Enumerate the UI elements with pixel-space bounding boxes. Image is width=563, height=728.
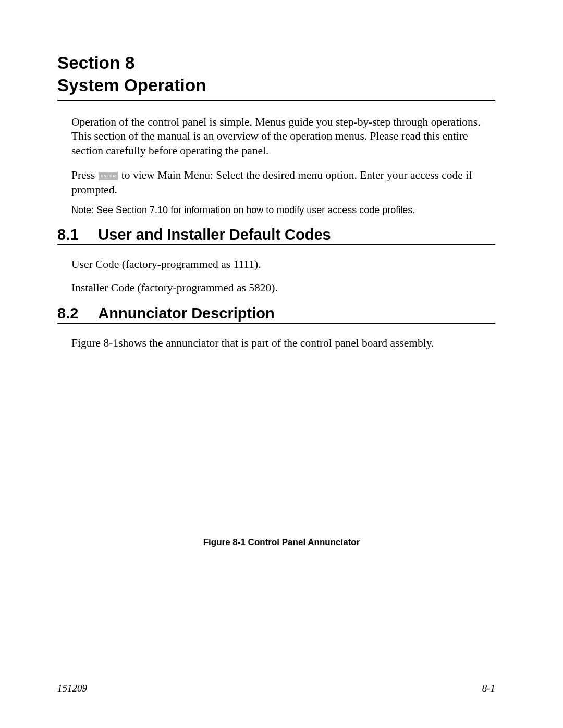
footer-page-number: 8-1: [482, 683, 495, 694]
subsection-8-1-header: 8.1 User and Installer Default Codes: [57, 226, 495, 245]
subsection-8-1-number: 8.1: [57, 226, 78, 243]
press-suffix: to view Main Menu: Select the desired me…: [71, 169, 472, 196]
installer-code-line: Installer Code (factory-programmed as 58…: [71, 281, 495, 295]
annunciator-intro: Figure 8-1shows the annunciator that is …: [71, 336, 495, 351]
press-prefix: Press: [71, 169, 98, 181]
section-header: Section 8 System Operation: [57, 52, 495, 98]
intro-paragraph-1: Operation of the control panel is simple…: [71, 115, 493, 158]
subsection-8-2-title: Annunciator Description: [98, 305, 274, 322]
section-header-rule: [57, 100, 495, 101]
document-page: Section 8 System Operation Operation of …: [0, 0, 563, 728]
subsection-8-1-title: User and Installer Default Codes: [98, 226, 331, 243]
enter-key-icon: ENTER: [99, 172, 118, 180]
section-number-line: Section 8: [57, 52, 495, 75]
note-line: Note: See Section 7.10 for information o…: [71, 204, 493, 216]
user-code-line: User Code (factory-programmed as 1111).: [71, 257, 495, 272]
section-title-line: System Operation: [57, 75, 495, 97]
figure-caption: Figure 8-1 Control Panel Annunciator: [0, 537, 563, 548]
subsection-8-2-number: 8.2: [57, 305, 78, 322]
page-footer: 151209 8-1: [57, 683, 495, 694]
footer-doc-number: 151209: [57, 683, 87, 694]
subsection-8-2-header: 8.2 Annunciator Description: [57, 305, 495, 324]
intro-paragraph-2: Press ENTER to view Main Menu: Select th…: [71, 168, 493, 197]
